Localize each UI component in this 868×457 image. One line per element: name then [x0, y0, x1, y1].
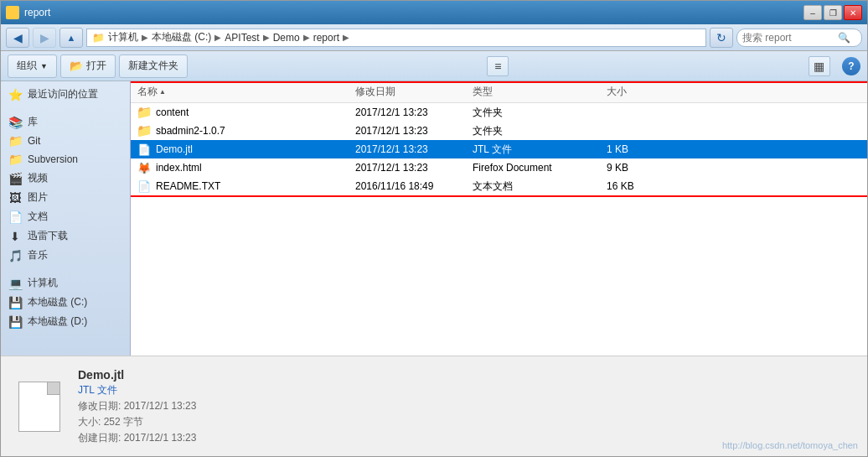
music-icon: 🎵: [8, 249, 23, 262]
sidebar-computer-label: 计算机: [28, 276, 58, 290]
search-icon: 🔍: [838, 32, 850, 44]
path-part-apitest: APITest: [225, 32, 259, 44]
close-button[interactable]: ✕: [844, 5, 862, 20]
path-arrow-4: ▶: [303, 33, 310, 42]
path-arrow-1: ▶: [142, 33, 148, 42]
sidebar: ⭐ 最近访问的位置 📚 库 📁 Git 📁 Subversion 🎬 视频 �: [1, 81, 131, 356]
column-size[interactable]: 大小: [607, 85, 674, 99]
search-box[interactable]: 🔍: [736, 29, 862, 47]
main-content: ⭐ 最近访问的位置 📚 库 📁 Git 📁 Subversion 🎬 视频 �: [1, 81, 867, 356]
file-name: content: [156, 106, 189, 118]
file-icon: 🦊: [137, 161, 151, 174]
preview-filetype: JTL 文件: [78, 383, 196, 397]
sidebar-item-video[interactable]: 🎬 视频: [1, 169, 130, 188]
preview-filename: Demo.jtl: [78, 368, 196, 382]
sidebar-item-recent[interactable]: ⭐ 最近访问的位置: [1, 85, 130, 104]
docs-icon: 📄: [8, 210, 23, 224]
restore-button[interactable]: ❐: [824, 5, 842, 20]
toolbar: 组织 ▼ 📂 打开 新建文件夹 ≡ ▦ ?: [1, 51, 867, 81]
organize-label: 组织: [17, 59, 37, 73]
recent-icon: ⭐: [8, 88, 23, 101]
view-button-1[interactable]: ≡: [487, 56, 509, 76]
column-name[interactable]: 名称 ▲: [137, 85, 355, 99]
cell-type: JTL 文件: [473, 143, 607, 157]
cell-date: 2017/12/1 13:23: [355, 143, 473, 155]
new-folder-label: 新建文件夹: [128, 59, 178, 73]
cell-type: 文件夹: [473, 106, 607, 120]
sidebar-libraries-label: 库: [28, 115, 38, 129]
cell-date: 2016/11/16 18:49: [355, 180, 473, 192]
sidebar-item-recent-label: 最近访问的位置: [28, 87, 98, 101]
video-icon: 🎬: [8, 172, 23, 185]
preview-file-icon: [18, 382, 60, 432]
libraries-icon: 📚: [8, 116, 23, 129]
table-row[interactable]: 🦊 index.html 2017/12/1 13:23 Firefox Doc…: [131, 158, 867, 177]
sidebar-item-docs-label: 文档: [28, 210, 48, 224]
file-icon: 📄: [137, 143, 151, 156]
view-button-2[interactable]: ▦: [809, 56, 830, 76]
search-input[interactable]: [742, 32, 834, 44]
address-path[interactable]: 📁 计算机 ▶ 本地磁盘 (C:) ▶ APITest ▶ Demo ▶ rep…: [86, 29, 706, 47]
disk-d-icon: 💾: [8, 315, 23, 329]
sidebar-item-local-d[interactable]: 💾 本地磁盘 (D:): [1, 312, 130, 331]
path-arrow-3: ▶: [263, 33, 270, 42]
cell-size: 16 KB: [607, 180, 674, 192]
table-row[interactable]: 📄 Demo.jtl 2017/12/1 13:23 JTL 文件 1 KB: [131, 140, 867, 158]
path-part-demo: Demo: [273, 32, 300, 44]
path-part-report: report: [313, 32, 339, 44]
window-title: report: [24, 7, 50, 18]
path-folder-icon: 📁: [92, 32, 105, 44]
minimize-button[interactable]: –: [803, 5, 822, 20]
open-button[interactable]: 📂 打开: [60, 55, 116, 78]
txt-icon: 📄: [137, 180, 151, 193]
title-bar: report – ❐ ✕: [1, 1, 867, 24]
organize-button[interactable]: 组织 ▼: [8, 55, 57, 78]
column-type[interactable]: 类型: [473, 85, 607, 99]
sidebar-item-subversion[interactable]: 📁 Subversion: [1, 150, 130, 169]
preview-modified: 修改日期: 2017/12/1 13:23: [78, 399, 196, 413]
file-name: sbadmin2-1.0.7: [156, 125, 225, 137]
table-row[interactable]: 📁 content 2017/12/1 13:23 文件夹: [131, 103, 867, 122]
organize-arrow: ▼: [40, 62, 48, 70]
sidebar-item-git[interactable]: 📁 Git: [1, 132, 130, 150]
cell-type: Firefox Document: [473, 162, 607, 174]
sort-arrow: ▲: [159, 88, 166, 96]
file-icon: 📁: [137, 124, 151, 138]
help-button[interactable]: ?: [842, 57, 860, 75]
sidebar-item-music[interactable]: 🎵 音乐: [1, 246, 130, 265]
computer-icon: 💻: [8, 277, 23, 290]
preview-size: 大小: 252 字节: [78, 415, 196, 429]
up-button[interactable]: ▲: [59, 28, 83, 48]
sidebar-item-music-label: 音乐: [28, 248, 48, 262]
file-name: README.TXT: [156, 180, 220, 192]
cell-type: 文件夹: [473, 124, 607, 138]
table-row[interactable]: 📄 README.TXT 2016/11/16 18:49 文本文档 16 KB: [131, 177, 867, 195]
back-button[interactable]: ◀: [6, 28, 29, 48]
sidebar-item-docs[interactable]: 📄 文档: [1, 207, 130, 226]
git-icon: 📁: [8, 134, 23, 148]
new-folder-button[interactable]: 新建文件夹: [119, 55, 188, 78]
file-area: 名称 ▲ 修改日期 类型 大小 📁 co: [131, 81, 867, 356]
cell-name: 📁 content: [137, 106, 355, 119]
refresh-button[interactable]: ↻: [710, 28, 733, 48]
address-bar: ◀ ▶ ▲ 📁 计算机 ▶ 本地磁盘 (C:) ▶ APITest ▶ Demo…: [1, 24, 867, 51]
sidebar-item-local-c[interactable]: 💾 本地磁盘 (C:): [1, 293, 130, 312]
preview-created: 创建日期: 2017/12/1 13:23: [78, 431, 196, 445]
title-bar-buttons: – ❐ ✕: [803, 5, 862, 20]
column-date[interactable]: 修改日期: [355, 85, 473, 99]
sidebar-item-thunder[interactable]: ⬇ 迅雷下载: [1, 226, 130, 246]
cell-size: 1 KB: [607, 143, 674, 155]
jtl-icon: 📄: [137, 143, 151, 156]
thunder-icon: ⬇: [8, 230, 23, 243]
sidebar-item-photo[interactable]: 🖼 图片: [1, 188, 130, 207]
path-part-computer: 计算机: [108, 30, 138, 44]
sidebar-item-local-d-label: 本地磁盘 (D:): [28, 314, 87, 329]
cell-name: 📄 README.TXT: [137, 179, 355, 193]
cell-date: 2017/12/1 13:23: [355, 125, 473, 137]
window: report – ❐ ✕ ◀ ▶ ▲ 📁 计算机 ▶ 本地磁盘 (C:) ▶ A…: [0, 0, 868, 457]
file-rows: 📁 content 2017/12/1 13:23 文件夹 📁 sbadmin2…: [131, 103, 867, 195]
forward-button[interactable]: ▶: [33, 28, 56, 48]
sidebar-item-local-c-label: 本地磁盘 (C:): [28, 295, 87, 309]
table-row[interactable]: 📁 sbadmin2-1.0.7 2017/12/1 13:23 文件夹: [131, 122, 867, 140]
cell-name: 🦊 index.html: [137, 161, 355, 174]
